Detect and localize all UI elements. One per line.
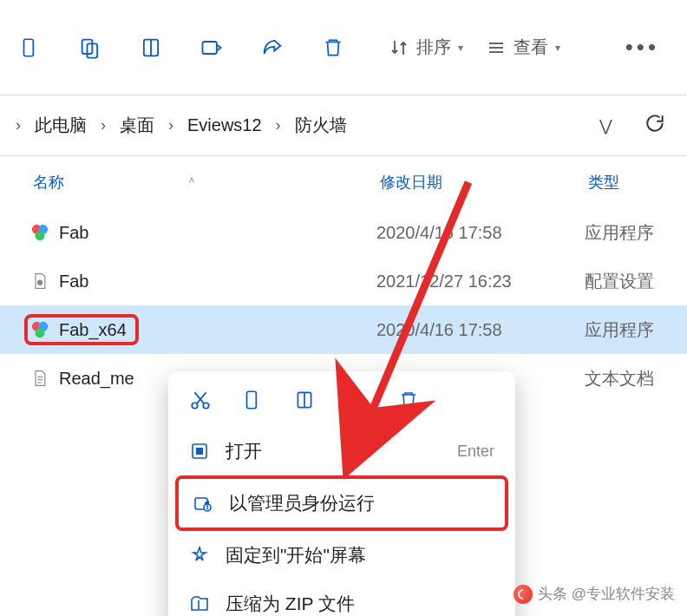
file-name: Read_me <box>59 369 134 389</box>
refresh-button[interactable] <box>644 112 666 139</box>
watermark: 头条 @专业软件安装 <box>514 584 675 604</box>
copy-icon[interactable] <box>239 387 265 413</box>
watermark-text: 头条 @专业软件安装 <box>538 584 675 604</box>
file-row[interactable]: Fab 2021/12/27 16:23 配置设置 <box>0 257 687 305</box>
delete-icon[interactable] <box>396 387 422 413</box>
svg-point-11 <box>36 231 45 240</box>
file-row[interactable]: Fab 2020/4/16 17:58 应用程序 <box>0 208 687 257</box>
svg-point-27 <box>204 504 211 511</box>
cut-icon[interactable] <box>187 387 213 413</box>
sort-indicator-icon: ＾ <box>186 174 198 190</box>
watermark-logo-icon <box>514 585 533 604</box>
svg-point-12 <box>38 280 43 285</box>
rename-icon[interactable] <box>291 387 317 413</box>
file-date: 2020/4/16 17:58 <box>376 223 585 243</box>
file-name: Fab <box>59 272 88 292</box>
chevron-right-icon: › <box>271 116 286 134</box>
menu-label: 以管理员身份运行 <box>229 491 491 515</box>
menu-item-open[interactable]: 打开 Enter <box>175 427 508 475</box>
crumb-1[interactable]: 桌面 <box>120 114 154 137</box>
share-icon[interactable] <box>344 387 370 413</box>
file-type: 应用程序 <box>585 221 677 245</box>
context-menu-toolbar <box>175 378 508 427</box>
highlight-selected-file: Fab_x64 <box>24 314 139 345</box>
breadcrumb: › 此电脑 › 桌面 › Eviews12 › 防火墙 ⋁ <box>0 95 687 156</box>
menu-label: 固定到"开始"屏幕 <box>226 543 494 567</box>
address-dropdown[interactable]: ⋁ <box>599 116 612 135</box>
svg-rect-0 <box>24 39 34 56</box>
file-date: 2021/12/27 16:23 <box>376 272 585 292</box>
toolbar: 排序 ▾ 查看 ▾ ••• <box>0 0 687 95</box>
view-dropdown[interactable]: 查看 ▾ <box>486 36 560 59</box>
svg-rect-25 <box>196 448 203 455</box>
text-file-icon <box>29 368 50 389</box>
cut-button[interactable] <box>10 29 49 67</box>
file-type: 文本文档 <box>585 367 677 390</box>
app-icon <box>29 319 50 340</box>
svg-rect-21 <box>247 391 257 409</box>
svg-rect-5 <box>203 42 217 54</box>
col-type[interactable]: 类型 <box>588 172 677 193</box>
more-button[interactable]: ••• <box>625 34 677 61</box>
file-name: Fab_x64 <box>59 320 127 340</box>
paste-button[interactable] <box>132 29 170 67</box>
sort-dropdown[interactable]: 排序 ▾ <box>389 36 463 59</box>
file-type: 配置设置 <box>585 270 677 293</box>
rename-button[interactable] <box>193 29 231 67</box>
column-headers: 名称 ＾ 修改日期 类型 <box>0 156 687 208</box>
menu-item-pin-to-start[interactable]: 固定到"开始"屏幕 <box>175 531 508 580</box>
view-label: 查看 <box>514 36 548 59</box>
file-name: Fab <box>59 223 88 243</box>
delete-button[interactable] <box>314 29 352 67</box>
chevron-right-icon: › <box>10 116 26 134</box>
menu-label: 打开 <box>226 439 442 463</box>
file-row[interactable]: Fab_x64 2020/4/16 17:58 应用程序 <box>0 305 687 354</box>
crumb-3[interactable]: 防火墙 <box>295 114 347 137</box>
menu-item-run-as-admin[interactable]: 以管理员身份运行 <box>175 475 508 531</box>
col-date[interactable]: 修改日期 <box>380 172 588 193</box>
crumb-2[interactable]: Eviews12 <box>187 115 262 135</box>
share-button[interactable] <box>253 29 291 67</box>
file-type: 应用程序 <box>585 318 677 342</box>
menu-item-compress-zip[interactable]: 压缩为 ZIP 文件 <box>175 580 508 616</box>
app-icon <box>29 222 50 243</box>
chevron-right-icon: › <box>95 116 111 134</box>
config-file-icon <box>29 271 50 292</box>
menu-hint: Enter <box>457 442 494 461</box>
sort-label: 排序 <box>416 36 451 59</box>
menu-label: 压缩为 ZIP 文件 <box>226 592 494 616</box>
svg-point-15 <box>36 328 45 337</box>
context-menu: 打开 Enter 以管理员身份运行 固定到"开始"屏幕 压缩为 ZIP 文件 <box>168 371 515 616</box>
svg-point-28 <box>206 505 208 507</box>
col-name[interactable]: 名称 <box>33 172 64 193</box>
chevron-right-icon: › <box>163 116 179 134</box>
copy-button[interactable] <box>71 29 109 67</box>
file-date: 2020/4/16 17:58 <box>376 320 585 340</box>
crumb-0[interactable]: 此电脑 <box>35 114 87 137</box>
